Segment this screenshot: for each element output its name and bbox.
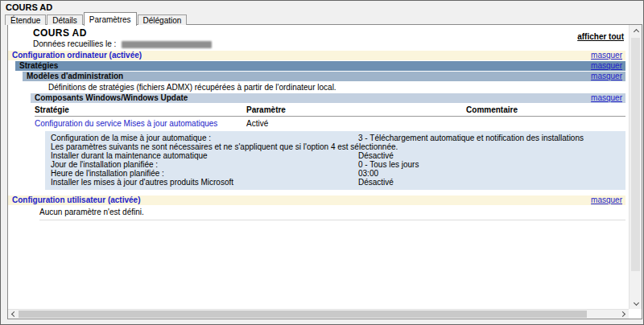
policy-comment — [358, 120, 625, 128]
no-settings-text: Aucun paramètre n'est défini. — [39, 208, 625, 220]
computer-config-title: Configuration ordinateur (activée) — [12, 51, 142, 60]
scroll-right-button[interactable] — [618, 310, 629, 319]
scroll-left-button[interactable] — [8, 310, 19, 319]
admin-templates-band[interactable]: Modèles d'administration masquer — [23, 72, 625, 81]
windows-update-band[interactable]: Composants Windows/Windows Update masque… — [31, 93, 625, 103]
detail-value: 03:00 — [358, 170, 378, 177]
detail-label: Installer durant la maintenance automati… — [51, 151, 208, 160]
policy-details-block: Configuration de la mise à jour automati… — [45, 131, 625, 190]
scroll-up-button[interactable] — [630, 25, 642, 36]
settings-table: Stratégie Paramètre Commentaire Configur… — [35, 106, 625, 130]
hide-link-component[interactable]: masquer — [591, 93, 622, 103]
vertical-scroll-thumb[interactable] — [631, 38, 640, 271]
gpo-title: COURS AD — [6, 2, 52, 12]
collected-date-label: Données recueillies le : — [33, 39, 116, 48]
detail-value: 0 - Tous les jours — [358, 161, 419, 168]
detail-row: Configuration de la mise à jour automati… — [45, 134, 625, 142]
hide-link-templates[interactable]: masquer — [591, 72, 622, 81]
detail-label: Installer les mises à jour d'autres prod… — [51, 178, 233, 187]
scroll-down-button[interactable] — [630, 298, 642, 309]
user-config-title: Configuration utilisateur (activée) — [12, 195, 140, 204]
policy-state: Activé — [246, 120, 358, 128]
settings-report-panel: COURS AD Données recueillies le : affich… — [7, 24, 642, 319]
hide-link-user[interactable]: masquer — [591, 195, 622, 205]
hide-link-computer[interactable]: masquer — [591, 51, 622, 60]
detail-label: Configuration de la mise à jour automati… — [51, 134, 211, 142]
header-commentaire: Commentaire — [358, 106, 625, 114]
gpmc-window: COURS AD Étendue Détails Paramètres Délé… — [0, 0, 644, 325]
show-all-link[interactable]: afficher tout — [577, 32, 624, 41]
table-row: Configuration du service Mises à jour au… — [35, 117, 625, 130]
policies-title: Stratégies — [19, 61, 58, 70]
tab-details[interactable]: Détails — [47, 14, 83, 25]
chevron-up-icon — [633, 29, 638, 35]
detail-row: Installer les mises à jour d'autres prod… — [45, 178, 625, 187]
hide-link-policies[interactable]: masquer — [591, 61, 622, 71]
detail-row: Les paramètres suivants ne sont nécessai… — [45, 142, 625, 151]
header-strategie: Stratégie — [35, 106, 246, 114]
detail-row: Jour de l'installation planifiée : 0 - T… — [45, 160, 625, 169]
chevron-down-icon — [633, 299, 638, 305]
admx-note: Définitions de stratégies (fichiers ADMX… — [48, 84, 625, 92]
detail-label: Heure de l'installation planifiée : — [51, 169, 164, 178]
horizontal-scrollbar[interactable] — [8, 309, 629, 319]
detail-row: Installer durant la maintenance automati… — [45, 151, 625, 160]
horizontal-scroll-thumb[interactable] — [19, 311, 587, 318]
detail-value: 3 - Téléchargement automatique et notifi… — [358, 134, 584, 142]
windows-update-title: Composants Windows/Windows Update — [35, 93, 188, 102]
report-content: COURS AD Données recueillies le : affich… — [8, 25, 629, 309]
detail-row: Heure de l'installation planifiée : 03:0… — [45, 169, 625, 178]
header-parametre: Paramètre — [246, 106, 358, 114]
policies-band[interactable]: Stratégies masquer — [15, 61, 625, 71]
admin-templates-title: Modèles d'administration — [27, 72, 123, 80]
chevron-left-icon — [11, 311, 17, 317]
computer-config-band[interactable]: Configuration ordinateur (activée) masqu… — [8, 51, 625, 60]
tab-bar: Étendue Détails Paramètres Délégation — [5, 12, 188, 25]
policy-link[interactable]: Configuration du service Mises à jour au… — [35, 119, 217, 128]
settings-table-header: Stratégie Paramètre Commentaire — [35, 106, 625, 117]
tab-parametres[interactable]: Paramètres — [84, 12, 137, 26]
user-config-band[interactable]: Configuration utilisateur (activée) masq… — [8, 195, 625, 205]
tab-etendue[interactable]: Étendue — [5, 14, 46, 25]
detail-label: Jour de l'installation planifiée : — [51, 160, 158, 169]
detail-value: Désactivé — [358, 179, 394, 186]
detail-value: Désactivé — [358, 152, 394, 159]
chevron-right-icon — [620, 311, 625, 317]
report-title: COURS AD — [33, 27, 629, 39]
detail-label: Les paramètres suivants ne sont nécessai… — [51, 142, 398, 151]
tab-delegation[interactable]: Délégation — [138, 14, 188, 25]
collected-date-redacted-value — [122, 41, 212, 48]
vertical-scrollbar[interactable] — [629, 25, 642, 309]
collected-date-row: Données recueillies le : — [33, 40, 629, 48]
